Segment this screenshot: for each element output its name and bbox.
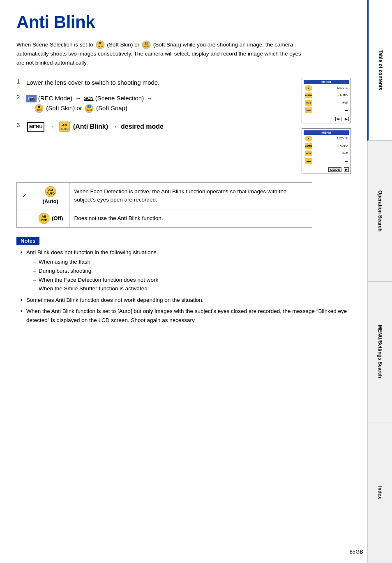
off-label: (Off) [52, 215, 63, 221]
svg-text:SKIN: SKIN [98, 45, 103, 48]
note-item-1: Anti Blink does not function in the foll… [21, 248, 351, 293]
svg-text:SKIN: SKIN [37, 109, 42, 111]
svg-text:AB: AB [48, 188, 53, 192]
note-sub-list-1: When using the flash During burst shooti… [26, 257, 351, 293]
auto-label: (Auto) [43, 198, 58, 204]
option-row-auto: ✓ AB AUTO (Auto) When Face Detection is … [17, 182, 312, 209]
steps-text: 1 Lower the lens cover to switch to shoo… [16, 78, 285, 138]
step-1-number: 1 [16, 78, 23, 85]
page-number: 85GB [350, 549, 363, 555]
step-3-number: 3 [16, 121, 23, 128]
soft-skin-icon: ✿ SKIN [96, 40, 105, 49]
rec-mode-icon: i📷 [26, 95, 37, 102]
svg-text:SNAP: SNAP [86, 109, 92, 111]
svg-text:AB: AB [62, 123, 67, 127]
step-1-content: Lower the lens cover to switch to shooti… [26, 78, 159, 88]
step-1: 1 Lower the lens cover to switch to shoo… [16, 78, 285, 88]
check-cell-off [17, 209, 32, 227]
svg-text:✿: ✿ [99, 42, 101, 44]
option-row-off: AB OFF (Off) Does not use the Anti Blink… [17, 209, 312, 227]
svg-text:AUTO: AUTO [46, 192, 55, 195]
note-sub-1-1: When using the flash [33, 257, 351, 266]
off-description: Does not use the Anti Blink function. [69, 209, 312, 227]
note-item-1-text: Anti Blink does not function in the foll… [26, 249, 158, 255]
step-2-number: 2 [16, 93, 23, 100]
svg-text:✿: ✿ [38, 105, 40, 108]
soft-skin-icon-2: ✿ SKIN [35, 104, 44, 113]
step-2-content: i📷 (REC Mode) → SCN (Scene Selection) → … [26, 93, 154, 113]
note-item-2: Sometimes Anti Blink function does not w… [21, 296, 351, 305]
sidebar-tab-menu[interactable]: MENU/Settings Search [367, 282, 392, 422]
sidebar: Table of contents Operation Search MENU/… [367, 0, 392, 563]
sidebar-tab-index[interactable]: Index [367, 422, 392, 563]
check-mark-auto: ✓ [22, 192, 27, 199]
intro-text: When Scene Selection is set to ✿ SKIN (S… [16, 40, 304, 67]
steps-area: 1 Lower the lens cover to switch to shoo… [16, 78, 351, 174]
note-sub-1-2: During burst shooting [33, 266, 351, 276]
notes-label: Notes [16, 237, 39, 245]
svg-text:AUTO: AUTO [60, 127, 69, 130]
svg-text:SNAP: SNAP [143, 45, 149, 48]
check-cell-auto: ✓ [17, 182, 32, 209]
sidebar-tab-operation[interactable]: Operation Search [367, 141, 392, 281]
sidebar-index-label: Index [377, 486, 383, 499]
soft-snap-icon: 👥 SNAP [142, 40, 151, 49]
options-table: ✓ AB AUTO (Auto) When Face Detection is … [16, 182, 312, 228]
scn-icon: SCN [84, 96, 93, 101]
note-item-3: When the Anti Blink function is set to [… [21, 307, 351, 324]
soft-snap-icon-2: 👥 SNAP [85, 104, 94, 113]
page-title: Anti Blink [16, 12, 351, 32]
camera-diagrams: MENU ● MOVIE AUTO ⚡AUTO ☀OFF ☀off ▬▬ ▬ [302, 78, 351, 174]
notes-section: Notes Anti Blink does not function in th… [16, 237, 351, 325]
step-2: 2 i📷 (REC Mode) → SCN (Scene Selection) … [16, 93, 285, 113]
notes-list: Anti Blink does not function in the foll… [16, 248, 351, 325]
svg-text:AB: AB [42, 215, 46, 218]
auto-description: When Face Detection is active, the Anti … [69, 182, 312, 209]
icon-cell-auto: AB AUTO (Auto) [32, 182, 69, 209]
step-3: 3 MENU → AB AUTO (Anti Blink) → desired … [16, 121, 285, 132]
svg-text:👥: 👥 [87, 104, 91, 108]
sidebar-toc-label: Table of contents [378, 50, 383, 90]
auto-icon-svg: AB AUTO [44, 186, 57, 197]
off-icon-svg: AB OFF [38, 213, 50, 224]
camera-diagram-1: MENU ● MOVIE AUTO ⚡AUTO ☀OFF ☀off ▬▬ ▬ [302, 78, 351, 123]
sidebar-tab-toc[interactable]: Table of contents [367, 0, 392, 141]
sidebar-menu-label: MENU/Settings Search [377, 325, 383, 378]
anti-blink-menu-icon: AB AUTO [59, 121, 70, 132]
step-3-content: MENU → AB AUTO (Anti Blink) → desired mo… [26, 121, 164, 132]
icon-cell-off: AB OFF (Off) [32, 209, 69, 227]
camera-diagram-2: MENU ● MOVIE AUTO ⚡AUTO ☀OFF ☀off ▬▬ ▬ [302, 128, 351, 174]
svg-text:OFF: OFF [41, 219, 47, 222]
sidebar-operation-label: Operation Search [377, 190, 383, 232]
svg-text:👥: 👥 [144, 41, 148, 45]
note-sub-1-3: When the Face Detection function does no… [33, 276, 351, 285]
menu-button-icon: MENU [27, 122, 44, 132]
note-sub-1-4: When the Smile Shutter function is activ… [33, 284, 351, 293]
